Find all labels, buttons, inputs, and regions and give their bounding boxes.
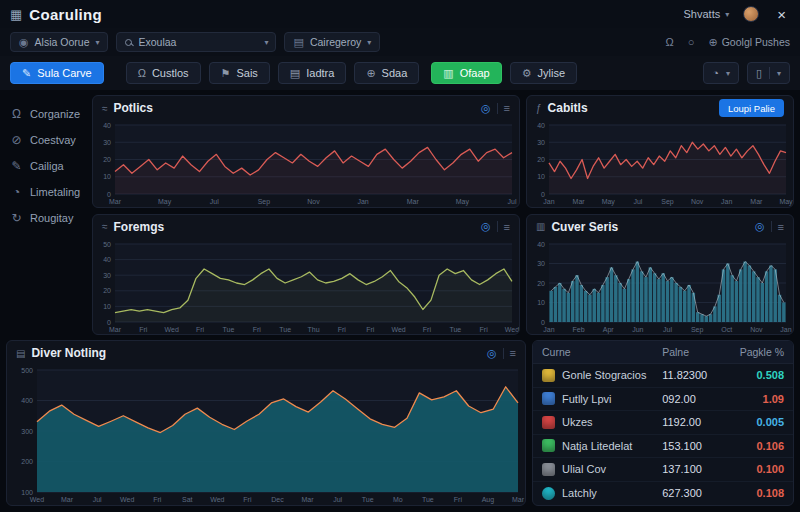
time-range-control[interactable]: ◔ ▾ — [703, 62, 739, 84]
user-filter-dropdown[interactable]: ◉ Alsia Oorue ▾ — [10, 32, 108, 52]
refresh-icon[interactable]: ○ — [688, 36, 695, 48]
toolbar-button-jylise[interactable]: ⚙ Jylise — [510, 62, 577, 84]
svg-text:Fri: Fri — [139, 326, 148, 333]
card-icon: ▤ — [290, 67, 300, 80]
toolbar-button-iadtra[interactable]: ▤ Iadtra — [278, 62, 347, 84]
settings-icon[interactable]: ◎ — [481, 102, 491, 115]
svg-text:Fri: Fri — [480, 326, 489, 333]
toolbar-button-sais[interactable]: ⚑ Sais — [209, 62, 270, 84]
svg-text:Mar: Mar — [573, 198, 586, 205]
globe-link[interactable]: ⊕Goolgl Pushes — [708, 36, 790, 49]
search-input[interactable] — [138, 36, 248, 48]
svg-text:40: 40 — [537, 240, 545, 247]
category-dropdown[interactable]: ▤ Cairegeroy ▾ — [284, 32, 380, 52]
settings-icon[interactable]: ◎ — [755, 220, 765, 233]
avatar[interactable] — [743, 6, 759, 22]
panel-title: Cabitls — [548, 101, 588, 115]
menu-icon[interactable]: ≡ — [504, 102, 510, 114]
primary-action-button[interactable]: ✎ Sula Carve — [10, 62, 104, 84]
svg-text:Jan: Jan — [357, 198, 368, 205]
coin-icon — [542, 369, 555, 382]
settings-icon[interactable]: ◎ — [481, 220, 491, 233]
coin-icon — [542, 416, 555, 429]
cabitls-chart: 010203040JanMarMayJulSepNovJanMarMay — [527, 120, 793, 207]
svg-text:400: 400 — [21, 397, 33, 404]
table-row[interactable]: Ukzes 1192.00 0.005 — [533, 411, 793, 435]
chevron-down-icon: ▾ — [367, 38, 371, 47]
slash-circle-icon: ⊘ — [10, 133, 23, 147]
loupi-palie-button[interactable]: Loupi Palie — [719, 99, 784, 117]
table-row[interactable]: Ulial Cov 137.100 0.100 — [533, 458, 793, 482]
svg-text:100: 100 — [21, 489, 33, 496]
svg-text:Fri: Fri — [253, 326, 262, 333]
table-row[interactable]: Gonle Stogracios 11.82300 0.508 — [533, 364, 793, 388]
svg-text:Sep: Sep — [258, 198, 271, 206]
svg-text:0: 0 — [107, 191, 111, 198]
coin-icon — [542, 463, 555, 476]
svg-text:Jun: Jun — [632, 326, 643, 333]
category-icon: ▤ — [293, 36, 303, 49]
sidebar-item-rougitay[interactable]: ↻ Rougitay — [6, 207, 88, 229]
svg-text:Fri: Fri — [454, 496, 463, 503]
svg-text:Aug: Aug — [482, 496, 495, 504]
close-icon[interactable]: × — [773, 5, 790, 24]
svg-text:Jan: Jan — [543, 326, 554, 333]
fx-icon: ƒ — [536, 103, 542, 114]
svg-text:Fri: Fri — [243, 496, 252, 503]
svg-text:Fri: Fri — [153, 496, 162, 503]
svg-text:Thu: Thu — [307, 326, 319, 333]
toolbar-button-ofaap[interactable]: ▥ Ofaap — [431, 62, 501, 84]
svg-text:Jan: Jan — [543, 198, 554, 205]
menu-icon[interactable]: ≡ — [510, 347, 516, 359]
svg-text:Tue: Tue — [449, 326, 461, 333]
svg-text:Jul: Jul — [663, 326, 672, 333]
sidebar-item-cailiga[interactable]: ✎ Cailiga — [6, 155, 88, 177]
table-row[interactable]: Futlly Lpvi 092.00 1.09 — [533, 388, 793, 412]
bell-icon[interactable]: Ω — [666, 36, 674, 48]
svg-text:50: 50 — [103, 240, 111, 247]
svg-text:Jul: Jul — [93, 496, 102, 503]
cuver-seris-chart: 010203040JanFebAprJunJulSepOctNovJan — [527, 239, 793, 335]
svg-text:Nov: Nov — [691, 198, 704, 205]
globe-icon: ⊕ — [366, 67, 375, 80]
sidebar-item-coestvay[interactable]: ⊘ Coestvay — [6, 129, 88, 151]
toolbar-button-sdaa[interactable]: ⊕ Sdaa — [354, 62, 419, 84]
svg-text:40: 40 — [537, 122, 545, 129]
toolbar: ✎ Sula Carve Ω Custlos ⚑ Sais ▤ Iadtra ⊕… — [0, 56, 800, 90]
svg-text:May: May — [456, 198, 470, 206]
table-row[interactable]: Natja Litedelat 153.100 0.106 — [533, 435, 793, 459]
export-control[interactable]: ▯ ▾ — [747, 62, 790, 84]
svg-text:Wed: Wed — [30, 496, 44, 503]
toolbar-button-custlos[interactable]: Ω Custlos — [126, 62, 201, 84]
flag-icon: ⚑ — [221, 67, 231, 80]
svg-text:May: May — [158, 198, 172, 206]
svg-text:500: 500 — [21, 367, 33, 374]
svg-text:Sep: Sep — [661, 198, 674, 206]
svg-text:0: 0 — [107, 318, 111, 325]
battery-icon: ▯ — [756, 67, 762, 80]
sidebar-item-corganize[interactable]: Ω Corganize — [6, 103, 88, 125]
table-header: Curne Palne Pagkle % — [533, 341, 793, 364]
menu-icon[interactable]: ≡ — [778, 221, 784, 233]
sidebar-item-limetaling[interactable]: ◔ Limetaling — [6, 181, 88, 203]
svg-text:Wed: Wed — [505, 326, 519, 333]
svg-text:Tue: Tue — [279, 326, 291, 333]
table-row[interactable]: Latchly 627.300 0.108 — [533, 482, 793, 506]
settings-icon[interactable]: ◎ — [487, 347, 497, 360]
search-box[interactable]: ▾ — [116, 32, 276, 52]
svg-text:Apr: Apr — [603, 326, 615, 334]
panel-cuver-seris: ▥ Cuver Seris ◎ ≡ 010203040JanFebAprJunJ… — [526, 214, 794, 336]
svg-text:Mar: Mar — [750, 198, 763, 205]
svg-text:Mar: Mar — [512, 496, 525, 503]
svg-text:Nov: Nov — [307, 198, 320, 205]
svg-text:Jan: Jan — [780, 326, 791, 333]
svg-text:20: 20 — [537, 156, 545, 163]
menu-icon[interactable]: ≡ — [504, 221, 510, 233]
wave-icon: ≈ — [102, 221, 108, 232]
svg-text:200: 200 — [21, 458, 33, 465]
bottom-section: ▤ Diver Notling ◎ ≡ 100200300400500WedMa… — [0, 340, 800, 512]
svg-text:Wed: Wed — [120, 496, 134, 503]
panel-title: Diver Notling — [31, 346, 106, 360]
user-menu[interactable]: Shvatts ▾ — [684, 8, 730, 20]
potlics-chart: 010203040MarMayJulSepNovJanMarMayJul — [93, 120, 519, 207]
